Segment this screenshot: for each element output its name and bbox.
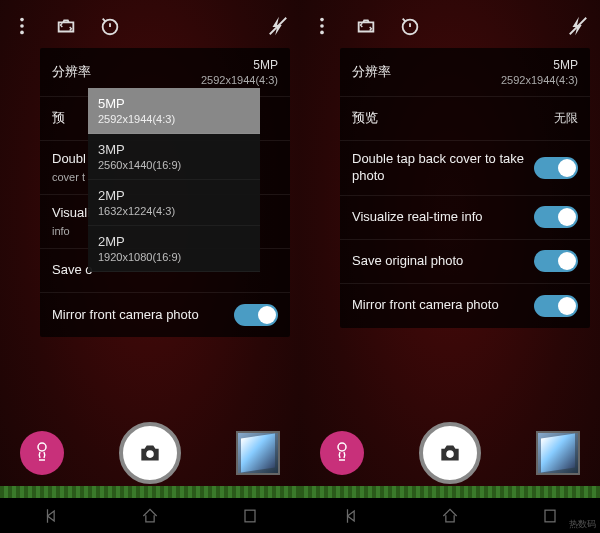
svg-point-0	[20, 18, 24, 22]
gallery-thumbnail[interactable]	[536, 431, 580, 475]
screen-left: 分辨率 5MP2592x1944(4:3) 预 Doublcover t Vis…	[0, 0, 300, 533]
svg-point-5	[146, 450, 154, 458]
mirror-label: Mirror front camera photo	[352, 297, 499, 312]
screen-right: 分辨率 5MP2592x1944(4:3) 预览 无限 Double tap b…	[300, 0, 600, 533]
top-toolbar	[300, 10, 600, 42]
resolution-value: 5MP	[201, 58, 278, 72]
mirror-toggle[interactable]	[534, 295, 578, 317]
resolution-sub: 2592x1944(4:3)	[501, 74, 578, 86]
home-icon[interactable]	[440, 506, 460, 526]
visualize-row[interactable]: Visualize real-time info	[340, 196, 590, 240]
resolution-value: 5MP	[501, 58, 578, 72]
recent-icon[interactable]	[240, 506, 260, 526]
preview-label: 预	[52, 110, 65, 125]
svg-point-9	[320, 31, 324, 35]
switch-camera-icon[interactable]	[354, 14, 378, 38]
back-icon[interactable]	[40, 506, 60, 526]
timer-icon[interactable]	[398, 14, 422, 38]
home-icon[interactable]	[140, 506, 160, 526]
flash-icon[interactable]	[266, 14, 290, 38]
top-toolbar	[0, 10, 300, 42]
save-toggle[interactable]	[534, 250, 578, 272]
svg-point-1	[20, 24, 24, 28]
preview-value: 无限	[554, 110, 578, 127]
preview-row[interactable]: 预览 无限	[340, 97, 590, 141]
preview-label: 预览	[352, 110, 378, 125]
dropdown-option[interactable]: 2MP1632x1224(4:3)	[88, 180, 260, 226]
double-tap-row[interactable]: Double tap back cover to take photo	[340, 141, 590, 196]
resolution-sub: 2592x1944(4:3)	[201, 74, 278, 86]
svg-rect-13	[545, 510, 555, 522]
mirror-label: Mirror front camera photo	[52, 307, 199, 322]
recent-icon[interactable]	[540, 506, 560, 526]
mirror-toggle[interactable]	[234, 304, 278, 326]
mode-button[interactable]	[20, 431, 64, 475]
visualize-label: Visualize real-time info	[352, 209, 483, 224]
bottom-toolbar	[300, 418, 600, 488]
gallery-thumbnail[interactable]	[236, 431, 280, 475]
menu-icon[interactable]	[310, 14, 334, 38]
svg-point-2	[20, 31, 24, 35]
mode-button[interactable]	[320, 431, 364, 475]
resolution-dropdown: 5MP2592x1944(4:3) 3MP2560x1440(16:9) 2MP…	[88, 88, 260, 272]
switch-camera-icon[interactable]	[54, 14, 78, 38]
resolution-label: 分辨率	[352, 64, 391, 79]
dropdown-option[interactable]: 5MP2592x1944(4:3)	[88, 88, 260, 134]
double-tap-label: Double tap back cover to take photo	[352, 151, 524, 183]
bottom-toolbar	[0, 418, 300, 488]
shutter-button[interactable]	[419, 422, 481, 484]
shutter-button[interactable]	[119, 422, 181, 484]
save-label: Save o	[52, 262, 92, 277]
resolution-label: 分辨率	[52, 64, 91, 79]
save-row[interactable]: Save original photo	[340, 240, 590, 284]
nav-bar	[0, 498, 300, 533]
mirror-row[interactable]: Mirror front camera photo	[340, 284, 590, 328]
watermark: 热数码	[569, 518, 596, 531]
double-tap-toggle[interactable]	[534, 157, 578, 179]
flash-icon[interactable]	[566, 14, 590, 38]
resolution-row[interactable]: 分辨率 5MP2592x1944(4:3)	[340, 48, 590, 97]
visualize-toggle[interactable]	[534, 206, 578, 228]
svg-point-12	[446, 450, 454, 458]
dropdown-option[interactable]: 2MP1920x1080(16:9)	[88, 226, 260, 272]
save-label: Save original photo	[352, 253, 463, 268]
settings-panel: 分辨率 5MP2592x1944(4:3) 预览 无限 Double tap b…	[340, 48, 590, 328]
svg-rect-6	[245, 510, 255, 522]
svg-point-8	[320, 24, 324, 28]
dropdown-option[interactable]: 3MP2560x1440(16:9)	[88, 134, 260, 180]
timer-icon[interactable]	[98, 14, 122, 38]
mirror-row[interactable]: Mirror front camera photo	[40, 293, 290, 337]
svg-point-7	[320, 18, 324, 22]
menu-icon[interactable]	[10, 14, 34, 38]
nav-bar	[300, 498, 600, 533]
back-icon[interactable]	[340, 506, 360, 526]
